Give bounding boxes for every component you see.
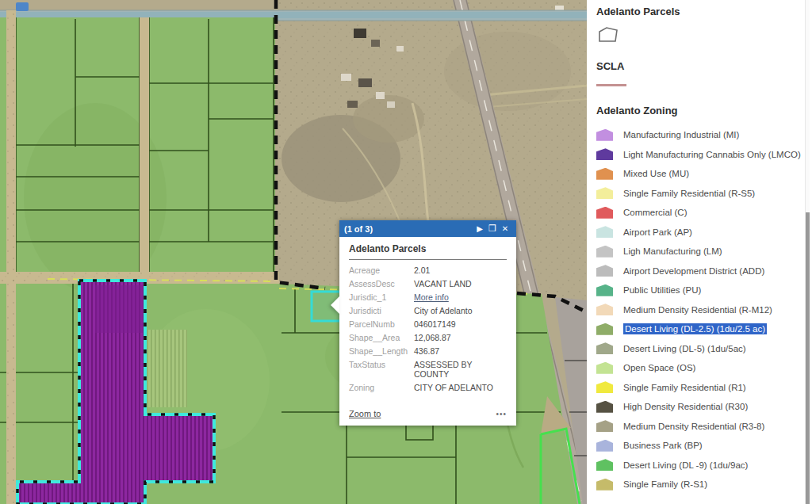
- layer-title-adelanto-zoning: Adelanto Zoning: [596, 105, 812, 116]
- field-value: 436.87: [414, 346, 439, 356]
- legend-row[interactable]: Medium Density Residential (R-M12): [596, 300, 812, 320]
- zoning-label: Manufacturing Industrial (MI): [623, 130, 739, 139]
- zoning-color-swatch: [596, 420, 613, 432]
- zoning-label: Desert Living (DL-5) (1du/5ac): [623, 344, 746, 353]
- dock-button[interactable]: ❒: [486, 220, 499, 237]
- parcel-polygon-icon: [596, 25, 620, 45]
- zoning-label: Single Family (R-S1): [623, 479, 707, 489]
- zoning-label: Airport Park (AP): [623, 227, 692, 237]
- zoning-color-swatch: [596, 265, 613, 277]
- legend-row[interactable]: Airport Development District (ADD): [596, 262, 812, 281]
- legend-row[interactable]: Light Manufacturing Cannabis Only (LMCO): [596, 145, 812, 165]
- legend-row[interactable]: High Density Residential (R30): [596, 397, 812, 417]
- legend-row[interactable]: Ligh Manufacturing (LM): [596, 242, 812, 262]
- feature-popup: (1 of 3)▶❒✕ Adelanto Parcels Acreage 2.0…: [339, 220, 516, 426]
- zoning-label: Ligh Manufacturing (LM): [623, 246, 722, 256]
- zoning-color-swatch: [596, 479, 613, 491]
- zoning-label: Light Manufacturing Cannabis Only (LMCO): [623, 150, 801, 159]
- popup-field-row: AssessDesc VACANT LAND: [349, 279, 507, 288]
- legend-row[interactable]: Open Space (OS): [596, 358, 812, 378]
- sidebar-scrollbar-thumb[interactable]: [806, 212, 810, 504]
- zoning-legend-list: Manufacturing Industrial (MI) Light Manu…: [596, 125, 812, 494]
- legend-row[interactable]: Single Family Residential (R-S5): [596, 184, 812, 204]
- popup-field-row: TaxStatus ASSESSED BY COUNTY: [349, 360, 507, 379]
- zoning-color-swatch: [596, 440, 613, 452]
- field-label: ParcelNumb: [349, 319, 414, 329]
- zoning-label: Business Park (BP): [623, 441, 703, 450]
- popup-title: Adelanto Parcels: [349, 243, 507, 260]
- field-label: Jurisdicti: [349, 306, 414, 315]
- layer-title-scla: SCLA: [596, 60, 812, 72]
- field-label: AssessDesc: [349, 279, 414, 288]
- app-window: (1 of 3)▶❒✕ Adelanto Parcels Acreage 2.0…: [0, 0, 812, 504]
- field-value: City of Adelanto: [414, 306, 473, 315]
- field-label: Acreage: [349, 265, 414, 275]
- zoning-label: Single Family Residential (R1): [623, 383, 746, 392]
- hatched-green-parcel: [147, 330, 187, 407]
- legend-row[interactable]: Airport Park (AP): [596, 223, 812, 242]
- zoning-color-swatch: [596, 226, 613, 238]
- legend-row[interactable]: Desert Living (DL-2.5) (1du/2.5 ac): [596, 319, 812, 339]
- zoning-label: Public Utilities (PU): [623, 285, 701, 295]
- field-label: Shape__Area: [349, 333, 414, 342]
- legend-row[interactable]: Desert Living (DL-5) (1du/5ac): [596, 339, 812, 359]
- legend-row[interactable]: Desert Living (DL -9) (1du/9ac): [596, 456, 812, 475]
- legend-row[interactable]: Commercial (C): [596, 203, 812, 223]
- field-value: 2.01: [414, 265, 430, 275]
- zoning-color-swatch: [596, 323, 613, 335]
- field-value: CITY OF ADELANTO: [414, 383, 493, 392]
- zoning-color-swatch: [596, 207, 613, 219]
- more-info-link[interactable]: More info: [414, 292, 449, 302]
- field-label: Jurisdic_1: [349, 292, 414, 302]
- field-value: ASSESSED BY COUNTY: [414, 360, 507, 379]
- field-value: 12,068.87: [414, 333, 451, 342]
- popup-field-list: Acreage 2.01 AssessDesc VACANT LAND Juri…: [349, 265, 507, 392]
- zoning-label: Medium Density Residential (R-M12): [623, 305, 772, 315]
- next-feature-button[interactable]: ▶: [473, 220, 486, 237]
- popup-field-row: Jurisdicti City of Adelanto: [349, 306, 507, 315]
- scla-line-symbol: [596, 84, 626, 86]
- zoning-color-swatch: [596, 187, 613, 199]
- zoning-color-swatch: [596, 362, 613, 374]
- zoning-color-swatch: [596, 284, 613, 296]
- zoning-label: Desert Living (DL-2.5) (1du/2.5 ac): [623, 323, 767, 334]
- zoning-color-swatch: [596, 342, 613, 354]
- zoning-color-swatch: [596, 459, 613, 471]
- field-label: Shape__Length: [349, 346, 414, 356]
- popup-pager: (1 of 3): [344, 224, 473, 234]
- field-value: VACANT LAND: [414, 279, 472, 288]
- zoning-color-swatch: [596, 168, 613, 180]
- zoning-color-swatch: [596, 304, 613, 315]
- field-value: 046017149: [414, 319, 456, 329]
- close-icon[interactable]: ✕: [499, 220, 511, 237]
- legend-row[interactable]: Business Park (BP): [596, 436, 812, 456]
- popup-field-row: Jurisdic_1 More info: [349, 292, 507, 302]
- legend-row[interactable]: Single Family Residential (R1): [596, 378, 812, 398]
- legend-row[interactable]: Manufacturing Industrial (MI): [596, 125, 812, 145]
- legend-row[interactable]: Single Family (R-S1): [596, 475, 812, 494]
- map-marker[interactable]: [16, 2, 29, 11]
- popup-field-row: ParcelNumb 046017149: [349, 319, 507, 329]
- zoning-label: Desert Living (DL -9) (1du/9ac): [623, 460, 748, 470]
- popup-field-row: Shape__Area 12,068.87: [349, 333, 507, 342]
- field-label: Zoning: [349, 383, 414, 392]
- map-canvas[interactable]: (1 of 3)▶❒✕ Adelanto Parcels Acreage 2.0…: [0, 0, 587, 504]
- layer-title-adelanto-parcels: Adelanto Parcels: [596, 6, 812, 17]
- legend-row[interactable]: Mixed Use (MU): [596, 164, 812, 184]
- popup-header: (1 of 3)▶❒✕: [339, 220, 516, 237]
- legend-row[interactable]: Public Utilities (PU): [596, 281, 812, 300]
- zoning-color-swatch: [596, 401, 613, 413]
- popup-pointer: [331, 296, 339, 314]
- zoning-label: Mixed Use (MU): [623, 169, 689, 178]
- zoning-label: Medium Density Residential (R3-8): [623, 422, 764, 431]
- zoning-label: Airport Development District (ADD): [623, 266, 764, 276]
- zoom-to-link[interactable]: Zoom to: [349, 409, 496, 418]
- popup-field-row: Shape__Length 436.87: [349, 346, 507, 356]
- zoning-color-swatch: [596, 381, 613, 393]
- zoning-label: Single Family Residential (R-S5): [623, 189, 755, 198]
- zoning-label: High Density Residential (R30): [623, 402, 748, 411]
- popup-menu-dots[interactable]: •••: [496, 410, 507, 418]
- legend-panel: Adelanto Parcels SCLA Adelanto Zoning Ma…: [587, 0, 812, 504]
- zoning-color-swatch: [596, 246, 613, 258]
- legend-row[interactable]: Medium Density Residential (R3-8): [596, 417, 812, 437]
